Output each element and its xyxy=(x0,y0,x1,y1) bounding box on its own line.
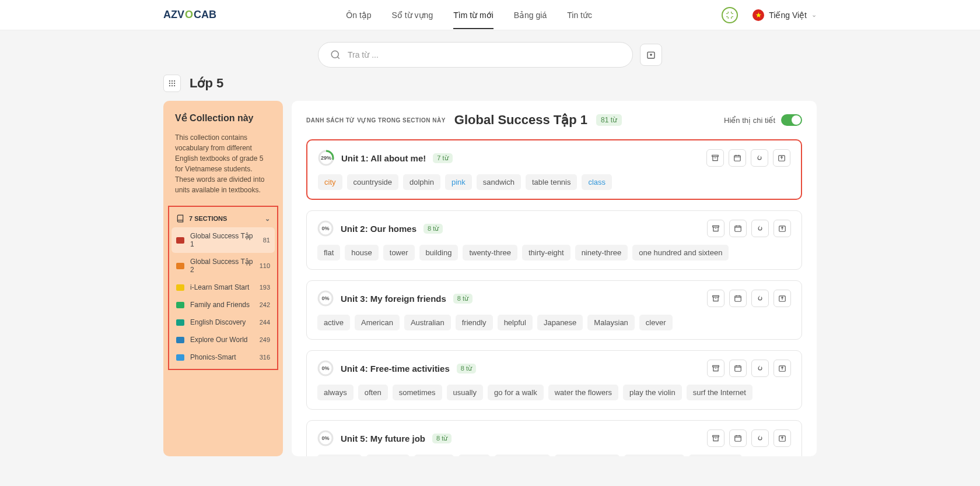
progress-ring: 29% xyxy=(318,150,334,166)
section-item-name: English Discovery xyxy=(190,318,246,326)
word-chip[interactable]: tower xyxy=(383,245,415,260)
word-chip[interactable]: write stories xyxy=(689,455,742,456)
external-action-button[interactable] xyxy=(640,44,662,66)
search-input[interactable] xyxy=(348,50,621,59)
unit-title[interactable]: Unit 3: My foreign friends xyxy=(341,294,446,304)
word-chip[interactable]: sometimes xyxy=(393,385,442,400)
nav-item[interactable]: Sổ từ vựng xyxy=(392,2,433,29)
word-chip[interactable]: twenty-three xyxy=(463,245,517,260)
progress-ring: 0% xyxy=(317,360,334,376)
open-button[interactable] xyxy=(774,360,791,377)
word-chip[interactable]: pink xyxy=(445,174,472,190)
word-chip[interactable]: report the news xyxy=(555,455,620,456)
word-chip[interactable]: Australian xyxy=(404,315,451,330)
word-chip[interactable]: usually xyxy=(447,385,483,400)
progress-ring: 0% xyxy=(317,220,334,237)
word-chip[interactable]: surf the Internet xyxy=(687,385,752,400)
date-button[interactable] xyxy=(729,290,747,307)
folder-icon xyxy=(176,284,184,291)
word-chip[interactable]: always xyxy=(317,385,354,400)
date-button[interactable] xyxy=(729,149,746,167)
flame-button[interactable] xyxy=(751,429,769,447)
chevron-down-icon: ⌄ xyxy=(811,11,817,19)
folder-icon xyxy=(176,263,184,269)
word-chip[interactable]: building xyxy=(419,245,459,260)
section-item[interactable]: Global Success Tập 2 110 xyxy=(169,253,277,279)
unit-title[interactable]: Unit 5: My future job xyxy=(341,434,425,443)
open-button[interactable] xyxy=(774,220,791,237)
word-chip[interactable]: American xyxy=(355,315,400,330)
language-switch[interactable]: ★ Tiếng Việt ⌄ xyxy=(752,9,817,21)
open-button[interactable] xyxy=(773,149,790,167)
flame-button[interactable] xyxy=(751,149,768,167)
word-chip[interactable]: helpful xyxy=(498,315,533,330)
archive-button[interactable] xyxy=(707,360,724,377)
date-button[interactable] xyxy=(729,429,747,447)
open-button[interactable] xyxy=(774,429,791,447)
word-chip[interactable]: firefighter xyxy=(317,455,362,456)
word-chip[interactable]: often xyxy=(358,385,388,400)
unit-title[interactable]: Unit 2: Our homes xyxy=(341,224,416,234)
words-row: alwaysoftensometimesusuallygo for a walk… xyxy=(317,385,791,400)
nav-item[interactable]: Tìm từ mới xyxy=(453,2,494,29)
word-chip[interactable]: city xyxy=(318,174,342,190)
search-box[interactable] xyxy=(318,42,633,68)
section-item-count: 81 xyxy=(263,237,270,244)
content-panel: DANH SÁCH TỪ VỰNG TRONG SECTION NÀY Glob… xyxy=(292,101,817,456)
word-chip[interactable]: water the flowers xyxy=(548,385,618,400)
archive-button[interactable] xyxy=(707,429,724,447)
flame-button[interactable] xyxy=(751,220,769,237)
word-chip[interactable]: friendly xyxy=(456,315,493,330)
flame-button[interactable] xyxy=(751,290,769,307)
word-chip[interactable]: Malaysian xyxy=(587,315,635,330)
sections-toggle[interactable]: 7 SECTIONS ⌄ xyxy=(169,210,277,227)
detail-toggle[interactable] xyxy=(781,114,802,126)
word-chip[interactable]: gardener xyxy=(366,455,410,456)
flame-button[interactable] xyxy=(751,360,769,377)
date-button[interactable] xyxy=(729,220,747,237)
grid-button[interactable] xyxy=(163,75,181,92)
section-item[interactable]: i-Learn Smart Start 193 xyxy=(169,279,277,296)
word-chip[interactable]: thirty-eight xyxy=(522,245,570,260)
word-chip[interactable]: writer xyxy=(459,455,490,456)
open-button[interactable] xyxy=(774,290,791,307)
word-chip[interactable]: reporter xyxy=(414,455,454,456)
unit-title[interactable]: Unit 4: Free-time activities xyxy=(341,364,450,374)
section-item[interactable]: Global Success Tập 1 81 xyxy=(172,227,275,253)
word-chip[interactable]: go for a walk xyxy=(488,385,544,400)
word-chip[interactable]: sandwich xyxy=(477,174,521,190)
flag-vn-icon: ★ xyxy=(752,9,764,21)
word-chip[interactable]: dolphin xyxy=(403,174,440,190)
word-chip[interactable]: flat xyxy=(317,245,340,260)
word-chip[interactable]: one hundred and sixteen xyxy=(632,245,729,260)
word-chip[interactable]: house xyxy=(345,245,378,260)
section-item[interactable]: Explore Our World 249 xyxy=(169,331,277,348)
logo[interactable]: AZVOCAB xyxy=(163,9,216,21)
nav-item[interactable]: Bảng giá xyxy=(514,2,547,29)
section-item[interactable]: Phonics-Smart 316 xyxy=(169,348,277,366)
sidebar: Về Collection này This collection contai… xyxy=(163,101,283,456)
word-chip[interactable]: countryside xyxy=(347,174,398,190)
archive-button[interactable] xyxy=(706,149,724,167)
archive-button[interactable] xyxy=(707,220,724,237)
nav-item[interactable]: Ôn tập xyxy=(346,2,371,29)
word-chip[interactable]: Japanese xyxy=(537,315,583,330)
section-item[interactable]: Family and Friends 242 xyxy=(169,296,277,314)
word-chip[interactable]: play the violin xyxy=(623,385,682,400)
archive-button[interactable] xyxy=(707,290,724,307)
date-button[interactable] xyxy=(729,360,747,377)
word-chip[interactable]: clever xyxy=(639,315,673,330)
word-chip[interactable]: teach children xyxy=(624,455,684,456)
unit-card: 0% Unit 4: Free-time activities 8 từ alw… xyxy=(306,350,802,410)
word-chip[interactable]: class xyxy=(582,174,612,190)
word-chip[interactable]: grow flowers xyxy=(495,455,550,456)
book-icon xyxy=(176,214,184,223)
welcome-icon[interactable] xyxy=(722,7,738,23)
word-chip[interactable]: table tennis xyxy=(526,174,578,190)
word-chip[interactable]: ninety-three xyxy=(575,245,628,260)
section-item[interactable]: English Discovery 244 xyxy=(169,314,277,331)
word-chip[interactable]: active xyxy=(317,315,350,330)
nav-item[interactable]: Tin tức xyxy=(567,2,592,29)
unit-title[interactable]: Unit 1: All about me! xyxy=(341,153,426,163)
words-row: flathousetowerbuildingtwenty-threethirty… xyxy=(317,245,791,260)
